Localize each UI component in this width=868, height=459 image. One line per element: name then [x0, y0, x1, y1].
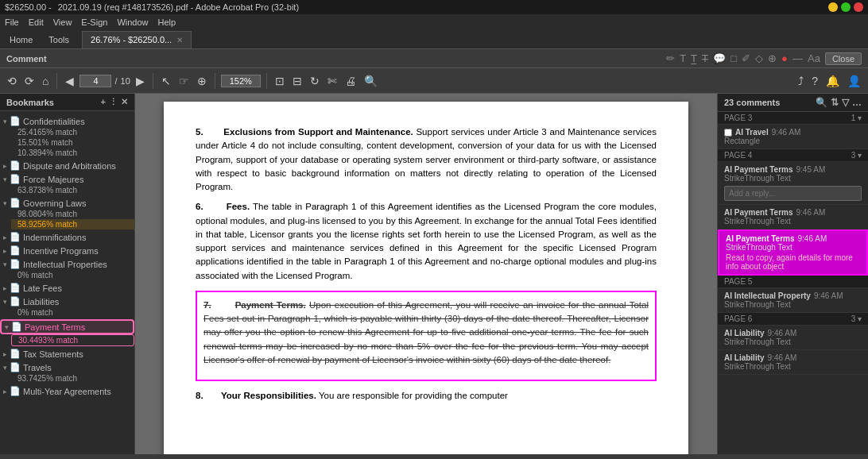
shape-icon[interactable]: □: [730, 52, 737, 64]
tree-item-match-25[interactable]: 25.4165% match: [11, 127, 134, 137]
app-title-left: $26250.00 -: [5, 2, 52, 12]
prev-page-icon[interactable]: ◀: [63, 73, 76, 89]
nav-forward-icon[interactable]: ⟳: [22, 73, 37, 89]
tree-item-match-98[interactable]: 98.0804% match: [11, 209, 134, 219]
folder-icon: 📄: [10, 245, 21, 256]
comment-liability-1[interactable]: AI Liability 9:46 AM StrikeThrough Text: [718, 326, 868, 350]
tree-item-match-0l[interactable]: 0% match: [11, 307, 134, 318]
comment-checkbox[interactable]: [724, 129, 732, 137]
nav-back-icon[interactable]: ⟲: [5, 73, 19, 89]
menu-file[interactable]: File: [5, 17, 19, 27]
tree-item-force[interactable]: ▾ 📄 Force Majeures: [0, 173, 134, 185]
share-icon[interactable]: ⤴: [796, 73, 806, 89]
zoom-input[interactable]: [221, 75, 261, 87]
tree-item-confidentialities[interactable]: ▾ 📄 Confidentialities: [0, 115, 134, 127]
comment-payment-terms-1[interactable]: AI Payment Terms 9:45 AM StrikeThrough T…: [718, 162, 868, 205]
menu-window[interactable]: Window: [117, 17, 148, 27]
tab-home[interactable]: Home: [3, 33, 39, 46]
crop-icon[interactable]: ✄: [325, 73, 339, 89]
comment-ip[interactable]: AI Intellectual Property 9:46 AM StrikeT…: [718, 288, 868, 313]
tree-item-indem[interactable]: ▸ 📄 Indemnifications: [0, 231, 134, 243]
notify-icon[interactable]: 🔔: [823, 73, 842, 89]
comments-sort-icon[interactable]: ⇅: [831, 97, 839, 108]
minimize-button[interactable]: [828, 2, 838, 12]
tree-item-match-63[interactable]: 63.8738% match: [11, 185, 134, 195]
folder-icon: 📄: [10, 283, 21, 293]
tree-item-dispute[interactable]: ▸ 📄 Dispute and Arbitrations: [0, 160, 134, 172]
tree-item-tax[interactable]: ▸ 📄 Tax Statements: [0, 348, 134, 360]
pencil-icon[interactable]: ✐: [742, 52, 750, 64]
tree-item-late[interactable]: ▸ 📄 Late Fees: [0, 282, 134, 294]
tree-item-payment[interactable]: ▾ 📄 Payment Terms: [0, 319, 134, 334]
maximize-button[interactable]: [841, 2, 851, 12]
sep2: [153, 73, 153, 89]
tree-item-ip[interactable]: ▾ 📄 Intellectual Properties: [0, 258, 134, 270]
tree-item-match-30[interactable]: 30.4493% match: [11, 334, 134, 346]
bookmark-add-icon[interactable]: +: [101, 97, 106, 107]
close-button[interactable]: [854, 2, 863, 12]
line-icon[interactable]: —: [792, 52, 803, 64]
help-icon[interactable]: ?: [809, 73, 820, 89]
tree-item-travel[interactable]: ▾ 📄 Travels: [0, 361, 134, 373]
tree-item-incentive[interactable]: ▸ 📄 Incentive Programs: [0, 245, 134, 256]
next-page-icon[interactable]: ▶: [134, 73, 147, 89]
menu-edit[interactable]: Edit: [29, 17, 44, 27]
reply-input[interactable]: [724, 186, 862, 201]
comment-ai-travel-header: AI Travel 9:46 AM: [724, 128, 862, 137]
tree-item-match-58[interactable]: 58.9256% match: [11, 219, 134, 230]
comment-close-button[interactable]: Close: [825, 52, 862, 65]
comment-payment-terms-2[interactable]: AI Payment Terms 9:46 AM StrikeThrough T…: [718, 205, 868, 230]
tree-node-payment: ▾ 📄 Payment Terms 30.4493% match: [0, 318, 134, 347]
menu-help[interactable]: Help: [158, 17, 176, 27]
fit-page-icon[interactable]: ⊟: [290, 73, 304, 89]
print-icon[interactable]: 🖨: [343, 73, 358, 89]
bookmark-menu-icon[interactable]: ⋮: [109, 97, 118, 107]
color-indicator[interactable]: ●: [781, 52, 788, 64]
underline-icon[interactable]: T̲: [691, 52, 697, 64]
tab-close-icon[interactable]: ✕: [176, 36, 183, 44]
comment-payment-terms-3-highlighted[interactable]: AI Payment Terms 9:46 AM StrikeThrough T…: [718, 230, 868, 276]
document-tab[interactable]: 26.76% - $26250.0... ✕: [82, 31, 192, 48]
comments-filter-icon[interactable]: ▽: [842, 97, 849, 108]
tree-item-match-10[interactable]: 10.3894% match: [11, 148, 134, 158]
note-icon[interactable]: 💬: [713, 52, 726, 64]
tree-item-match-0ip[interactable]: 0% match: [11, 270, 134, 280]
hand-icon[interactable]: ☞: [176, 73, 192, 89]
force-children: 63.8738% match: [0, 185, 134, 195]
tab-label: 26.76% - $26250.0...: [91, 35, 172, 44]
folder-icon: 📄: [10, 259, 21, 269]
comment-liability-2[interactable]: AI Liability 9:46 AM StrikeThrough Text: [718, 350, 868, 375]
text-size-icon[interactable]: Aa: [808, 52, 820, 64]
rotate-icon[interactable]: ↻: [308, 73, 322, 89]
strikethrough-icon[interactable]: T̶: [702, 52, 708, 64]
fit-width-icon[interactable]: ⊡: [273, 73, 287, 89]
menu-view[interactable]: View: [53, 17, 72, 27]
user-icon[interactable]: 👤: [845, 73, 863, 89]
tree-item-match-93[interactable]: 93.7425% match: [11, 373, 134, 384]
highlight-icon[interactable]: T: [680, 52, 686, 64]
section8-number: 8.: [196, 391, 203, 400]
tree-item-governing[interactable]: ▾ 📄 Governing Laws: [0, 197, 134, 209]
ip-children: 0% match: [0, 270, 134, 280]
tab-tools[interactable]: Tools: [42, 33, 76, 46]
document-scroll[interactable]: 5. Exclusions from Support and Maintenan…: [135, 94, 717, 454]
comments-more-icon[interactable]: …: [852, 97, 862, 108]
home-icon[interactable]: ⌂: [40, 73, 51, 89]
folder-icon: 📄: [10, 296, 21, 307]
pen-icon[interactable]: ✏: [666, 52, 675, 64]
menu-esign[interactable]: E-Sign: [81, 17, 107, 27]
panel-close-icon[interactable]: ✕: [121, 97, 128, 107]
comment-preview: Read to copy, again details for more inf…: [726, 253, 860, 271]
comment-ai-travel[interactable]: AI Travel 9:46 AM Rectangle: [718, 125, 868, 149]
page-input[interactable]: [79, 75, 111, 87]
select-icon[interactable]: ↖: [159, 73, 173, 89]
tree-item-multiyear[interactable]: ▸ 📄 Multi-Year Agreements: [0, 385, 134, 397]
comments-search-icon[interactable]: 🔍: [816, 97, 827, 108]
stamp-icon[interactable]: ⊕: [768, 52, 777, 64]
tree-item-liab[interactable]: ▾ 📄 Liabilities: [0, 295, 134, 307]
eraser-icon[interactable]: ◇: [755, 52, 763, 64]
zoom-icon[interactable]: ⊕: [195, 73, 209, 89]
sep3: [215, 73, 215, 89]
tree-item-match-15[interactable]: 15.501% match: [11, 137, 134, 148]
search-icon[interactable]: 🔍: [362, 73, 380, 89]
